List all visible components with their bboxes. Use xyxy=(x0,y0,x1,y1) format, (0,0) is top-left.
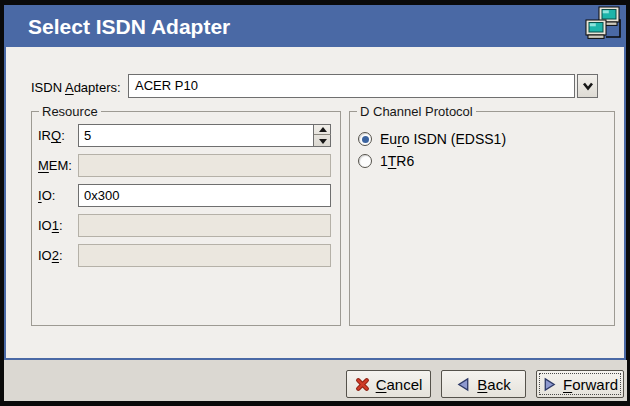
arrow-left-icon xyxy=(456,377,471,392)
dialog-header: Select ISDN Adapter xyxy=(4,5,626,47)
io1-input xyxy=(78,214,331,237)
red-x-icon xyxy=(355,377,370,392)
cancel-button[interactable]: Cancel xyxy=(346,370,431,398)
page-title: Select ISDN Adapter xyxy=(28,15,230,39)
combo-dropdown-button[interactable] xyxy=(577,74,598,98)
arrow-down-icon xyxy=(319,139,327,144)
back-button-label: Back xyxy=(477,376,510,393)
resource-group-title: Resource xyxy=(39,104,101,119)
mem-label: MEM: xyxy=(38,158,72,173)
mem-input xyxy=(78,154,331,177)
euro-isdn-label: Euro ISDN (EDSS1) xyxy=(380,131,506,147)
isdn-adapter-combobox[interactable]: ACER P10 xyxy=(128,74,598,98)
arrow-right-icon xyxy=(542,377,557,392)
forward-button[interactable]: Forward xyxy=(536,370,624,398)
resource-group: Resource IRQ: MEM: IO: IO1: IO2: xyxy=(31,111,341,326)
isdn-adapters-label: ISDN Adapters: xyxy=(31,80,121,95)
radio-euro-isdn[interactable]: Euro ISDN (EDSS1) xyxy=(358,131,506,147)
radio-1tr6[interactable]: 1TR6 xyxy=(358,153,414,169)
irq-spinner xyxy=(78,124,331,147)
forward-button-label: Forward xyxy=(563,376,618,393)
select-isdn-adapter-dialog: Select ISDN Adapter ISDN Adapters: ACER … xyxy=(0,0,630,406)
d-channel-protocol-group: D Channel Protocol Euro ISDN (EDSS1) 1TR… xyxy=(349,111,615,326)
1tr6-label: 1TR6 xyxy=(380,153,414,169)
spin-down-button[interactable] xyxy=(314,136,331,146)
radio-button-icon xyxy=(358,132,372,146)
irq-input[interactable] xyxy=(78,124,331,147)
irq-label: IRQ: xyxy=(38,128,65,143)
radio-button-icon xyxy=(358,154,372,168)
spin-up-button[interactable] xyxy=(314,125,331,135)
back-button[interactable]: Back xyxy=(441,370,526,398)
arrow-up-icon xyxy=(319,127,327,132)
chevron-down-icon xyxy=(582,82,594,91)
cancel-button-label: Cancel xyxy=(376,376,423,393)
io2-label: IO2: xyxy=(38,248,63,263)
io1-label: IO1: xyxy=(38,218,63,233)
io-input[interactable] xyxy=(78,184,331,207)
networked-computers-icon xyxy=(584,4,624,44)
dialog-button-bar: Cancel Back Forward xyxy=(4,360,627,401)
d-channel-protocol-title: D Channel Protocol xyxy=(357,104,476,119)
spin-column xyxy=(313,125,330,146)
io2-input xyxy=(78,244,331,267)
io-label: IO: xyxy=(38,188,55,203)
isdn-adapter-value[interactable]: ACER P10 xyxy=(128,74,575,98)
